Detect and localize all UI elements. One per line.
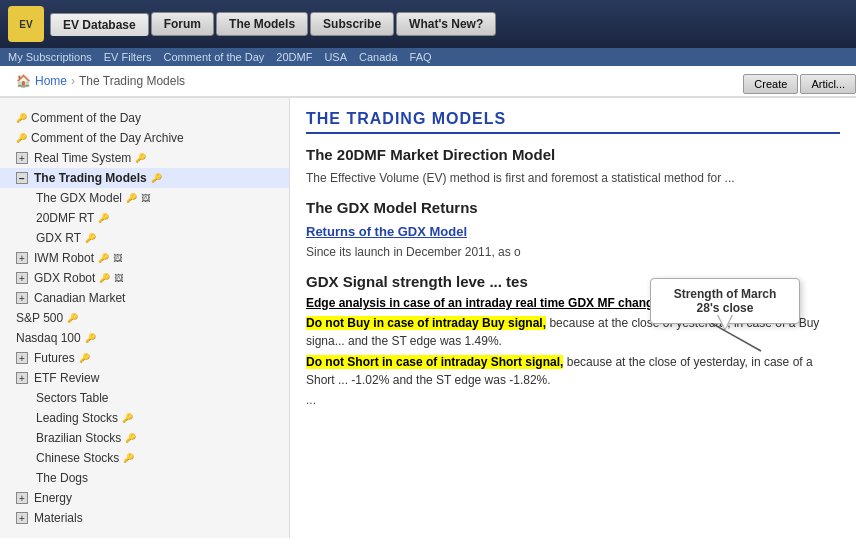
breadcrumb-current: The Trading Models [79,74,185,88]
canadian-expand-icon: + [16,292,28,304]
sec-nav-canada[interactable]: Canada [359,51,398,63]
chinese-lock-icon: 🔑 [123,453,134,463]
top-right-buttons: Create Articl... [743,74,856,94]
sec-nav-usa[interactable]: USA [324,51,347,63]
site-logo: EV [8,6,44,42]
nav-whats-new[interactable]: What's New? [396,12,496,36]
sidebar-item-sectors-table[interactable]: Sectors Table [0,388,289,408]
main-content: THE TRADING MODELS The 20DMF Market Dire… [290,98,856,538]
nav-forum[interactable]: Forum [151,12,214,36]
breadcrumb: 🏠 Home › The Trading Models [0,66,856,97]
real-time-lock-icon: 🔑 [135,153,146,163]
sidebar-item-comment-archive[interactable]: 🔑 Comment of the Day Archive [0,128,289,148]
nav-subscribe[interactable]: Subscribe [310,12,394,36]
futures-expand-icon: + [16,352,28,364]
brazilian-lock-icon: 🔑 [125,433,136,443]
sidebar-item-gdx-model[interactable]: The GDX Model 🔑 🖼 [0,188,289,208]
sidebar-item-gdx-rt[interactable]: GDX RT 🔑 [0,228,289,248]
signal2-highlight: Do not Short in case of intraday Short s… [306,355,563,369]
gdx-model-img-icon: 🖼 [141,193,150,203]
page-title: THE TRADING MODELS [306,110,840,134]
sec-nav-faq[interactable]: FAQ [410,51,432,63]
sidebar-item-futures[interactable]: + Futures 🔑 [0,348,289,368]
sec-nav-subscriptions[interactable]: My Subscriptions [8,51,92,63]
section2-subheading[interactable]: Returns of the GDX Model [306,224,840,239]
top-navigation: EV EV Database Forum The Models Subscrib… [0,0,856,48]
signal-line-2: Do not Short in case of intraday Short s… [306,353,840,389]
nasdaq-lock-icon: 🔑 [85,333,96,343]
sidebar-item-etf-review[interactable]: + ETF Review [0,368,289,388]
sidebar-item-the-dogs[interactable]: The Dogs [0,468,289,488]
comment-archive-lock-icon: 🔑 [16,133,27,143]
breadcrumb-home[interactable]: Home [35,74,67,88]
gdx-rt-lock-icon: 🔑 [85,233,96,243]
iwm-robot-img-icon: 🖼 [113,253,122,263]
sidebar-item-real-time-system[interactable]: + Real Time System 🔑 [0,148,289,168]
sidebar-item-canadian-market[interactable]: + Canadian Market [0,288,289,308]
comment-day-lock-icon: 🔑 [16,113,27,123]
create-button[interactable]: Create [743,74,798,94]
callout-arrow [711,323,771,353]
sidebar-item-chinese-stocks[interactable]: Chinese Stocks 🔑 [0,448,289,468]
trading-models-expand-icon: − [16,172,28,184]
breadcrumb-separator: › [71,74,75,88]
energy-expand-icon: + [16,492,28,504]
sidebar-item-leading-stocks[interactable]: Leading Stocks 🔑 [0,408,289,428]
iwm-robot-lock-icon: 🔑 [98,253,109,263]
section1-body: The Effective Volume (EV) method is firs… [306,169,840,187]
sec-nav-filters[interactable]: EV Filters [104,51,152,63]
sidebar-item-20dmf-rt[interactable]: 20DMF RT 🔑 [0,208,289,228]
sidebar-item-energy[interactable]: + Energy [0,488,289,508]
sidebar-item-brazilian-stocks[interactable]: Brazilian Stocks 🔑 [0,428,289,448]
callout-tooltip: Strength of March 28's close [650,278,800,324]
gdx-robot-lock-icon: 🔑 [99,273,110,283]
sidebar-item-comment-of-day[interactable]: 🔑 Comment of the Day [0,108,289,128]
secondary-navigation: My Subscriptions EV Filters Comment of t… [0,48,856,66]
sidebar-item-trading-models[interactable]: − The Trading Models 🔑 [0,168,289,188]
nav-models[interactable]: The Models [216,12,308,36]
section2-body: Since its launch in December 2011, as o [306,243,840,261]
article-button[interactable]: Articl... [800,74,856,94]
sidebar-item-materials[interactable]: + Materials [0,508,289,528]
gdx-robot-img-icon: 🖼 [114,273,123,283]
sp500-lock-icon: 🔑 [67,313,78,323]
home-icon: 🏠 [16,74,31,88]
section1-heading: The 20DMF Market Direction Model [306,146,840,163]
sidebar-item-nasdaq100[interactable]: Nasdaq 100 🔑 [0,328,289,348]
real-time-expand-icon: + [16,152,28,164]
sec-nav-comment[interactable]: Comment of the Day [163,51,264,63]
iwm-robot-expand-icon: + [16,252,28,264]
svg-line-0 [711,323,761,351]
sidebar-item-gdx-robot[interactable]: + GDX Robot 🔑 🖼 [0,268,289,288]
etf-expand-icon: + [16,372,28,384]
20dmf-rt-lock-icon: 🔑 [98,213,109,223]
leading-lock-icon: 🔑 [122,413,133,423]
materials-expand-icon: + [16,512,28,524]
signal1-highlight: Do not Buy in case of intraday Buy signa… [306,316,546,330]
futures-lock-icon: 🔑 [79,353,90,363]
nav-ev-database[interactable]: EV Database [50,13,149,36]
gdx-model-lock-icon: 🔑 [126,193,137,203]
sec-nav-20dmf[interactable]: 20DMF [276,51,312,63]
sidebar: 🔑 Comment of the Day 🔑 Comment of the Da… [0,98,290,538]
section2-heading: The GDX Model Returns [306,199,840,216]
gdx-robot-expand-icon: + [16,272,28,284]
content-dots: ... [306,393,840,407]
main-layout: 🔑 Comment of the Day 🔑 Comment of the Da… [0,98,856,538]
sidebar-item-sp500[interactable]: S&P 500 🔑 [0,308,289,328]
trading-models-lock-icon: 🔑 [151,173,162,183]
sidebar-item-iwm-robot[interactable]: + IWM Robot 🔑 🖼 [0,248,289,268]
